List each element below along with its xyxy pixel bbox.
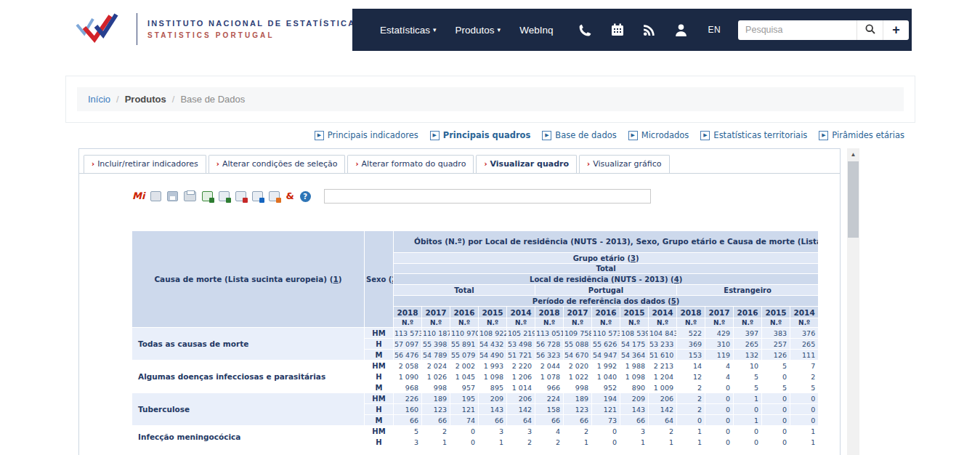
value-cell: 110 187 <box>422 328 450 339</box>
value-cell: 2 <box>564 426 592 437</box>
ampersand-icon[interactable]: & <box>286 191 293 201</box>
nav-item-produtos[interactable]: Produtos▾ <box>455 25 501 36</box>
year-header[interactable]: 2017 <box>705 307 734 318</box>
year-header[interactable]: 2018 <box>535 307 564 318</box>
year-header[interactable]: 2016 <box>450 307 479 318</box>
view-tab-visualizar-quadro[interactable]: ›Visualizar quadro <box>476 155 577 173</box>
view-tab-alterar-formato-do-quadro[interactable]: ›Alterar formato do quadro <box>347 155 474 173</box>
arrow-box-icon: ▶ <box>819 131 828 140</box>
scroll-up-button[interactable]: ▲ <box>847 148 859 161</box>
view-tab-visualizar-gra-fico[interactable]: ›Visualizar gráfico <box>579 155 670 173</box>
value-cell: 2 <box>507 437 535 448</box>
help-icon[interactable]: ? <box>300 191 311 202</box>
nav-item-webinq[interactable]: WebInq <box>519 25 553 36</box>
year-header[interactable]: 2014 <box>649 307 677 318</box>
value-cell: 4 <box>705 361 734 371</box>
toolbar-input[interactable] <box>324 189 651 204</box>
year-header[interactable]: 2016 <box>734 307 762 318</box>
search-button[interactable] <box>857 20 883 40</box>
view-tab-alterar-condic-o-es-de-selec-a-o[interactable]: ›Alterar condições de seleção <box>208 155 346 173</box>
metadata-icon[interactable] <box>150 191 161 201</box>
value-cell: 195 <box>450 393 479 404</box>
tab-base-de-dados[interactable]: ▶Base de dados <box>542 130 616 140</box>
unit-header: N.º <box>535 318 564 328</box>
scrollbar-thumb[interactable] <box>848 161 859 238</box>
tab-estati-sticas-territoriais[interactable]: ▶Estatísticas territoriais <box>700 130 807 140</box>
value-cell: 383 <box>762 328 790 339</box>
year-header[interactable]: 2016 <box>592 307 620 318</box>
ine-logo-mark-icon <box>73 10 131 48</box>
value-cell: 55 088 <box>564 339 592 350</box>
value-cell: 1 <box>564 437 592 448</box>
export-delete-icon[interactable] <box>235 191 246 201</box>
value-cell: 5 <box>762 382 790 393</box>
value-cell: 0 <box>762 393 790 404</box>
chevron-icon: › <box>484 160 487 168</box>
value-cell: 73 <box>592 415 620 426</box>
value-cell: 105 219 <box>507 328 535 339</box>
vertical-scrollbar[interactable]: ▲ <box>847 148 859 455</box>
user-icon[interactable] <box>673 23 689 38</box>
main-content: ›Incluir/retirar indicadores›Alterar con… <box>78 148 841 455</box>
year-header[interactable]: 2014 <box>790 307 819 318</box>
value-cell: 55 398 <box>422 339 450 350</box>
value-cell: 54 670 <box>564 350 592 361</box>
tab-principais-indicadores[interactable]: ▶Principais indicadores <box>315 130 418 140</box>
year-header[interactable]: 2017 <box>564 307 592 318</box>
view-tab-incluir-retirar-indicadores[interactable]: ›Incluir/retirar indicadores <box>84 155 206 173</box>
unit-header: N.º <box>620 318 649 328</box>
value-cell: 966 <box>535 382 564 393</box>
save-icon[interactable] <box>167 191 178 201</box>
ine-logo[interactable]: Instituto Nacional de Estatística Statis… <box>73 10 356 48</box>
value-cell: 957 <box>450 382 479 393</box>
search-input[interactable] <box>738 20 857 40</box>
year-header[interactable]: 2015 <box>479 307 507 318</box>
sexo-cell: M <box>365 382 394 393</box>
value-cell: 66 <box>535 415 564 426</box>
header-ref-link[interactable]: 4 <box>674 275 679 283</box>
value-cell: 2 220 <box>507 361 535 371</box>
value-cell: 109 758 <box>564 328 592 339</box>
chart-export-icon[interactable] <box>269 191 280 201</box>
year-header[interactable]: 2017 <box>422 307 450 318</box>
arrow-box-icon: ▶ <box>700 131 710 140</box>
export-image-icon[interactable] <box>252 191 263 201</box>
tab-microdados[interactable]: ▶Microdados <box>628 130 689 140</box>
header-ref-link[interactable]: 1 <box>333 275 339 283</box>
nav-item-estati-sticas[interactable]: Estatísticas▾ <box>380 25 437 36</box>
breadcrumb-item-ini-cio[interactable]: Início <box>88 94 110 105</box>
year-header[interactable]: 2018 <box>394 307 422 318</box>
value-cell: 265 <box>734 339 762 350</box>
year-header[interactable]: 2015 <box>762 307 790 318</box>
year-header[interactable]: 2015 <box>620 307 649 318</box>
sexo-cell: H <box>365 437 394 448</box>
breadcrumb-item-produtos[interactable]: Produtos <box>125 94 166 105</box>
export-csv-icon[interactable] <box>219 191 230 201</box>
value-cell: 2 <box>790 371 819 382</box>
print-icon[interactable] <box>184 191 196 201</box>
header-ref-link[interactable]: 5 <box>671 297 676 305</box>
arrow-box-icon: ▶ <box>542 131 551 140</box>
year-header[interactable]: 2014 <box>507 307 535 318</box>
value-cell: 0 <box>762 404 790 415</box>
header-ref-link[interactable]: 3 <box>631 254 636 262</box>
excel-icon[interactable] <box>202 191 213 201</box>
breadcrumb-separator: / <box>116 94 119 105</box>
mi-icon[interactable]: Mi <box>132 191 145 201</box>
tab-label: Pirâmides etárias <box>832 130 904 140</box>
value-cell: 66 <box>479 415 507 426</box>
language-toggle[interactable]: EN <box>708 25 721 35</box>
value-cell: 0 <box>762 437 790 448</box>
plus-button[interactable]: + <box>883 20 909 40</box>
export-toolbar: Mi&? <box>132 188 840 204</box>
calendar-icon[interactable] <box>610 23 625 37</box>
rss-icon[interactable] <box>642 23 656 37</box>
logo-divider <box>137 13 137 45</box>
phone-icon[interactable] <box>578 23 593 38</box>
tab-label: Principais quadros <box>443 130 531 140</box>
year-header[interactable]: 2018 <box>677 307 705 318</box>
tab-principais-quadros[interactable]: ▶Principais quadros <box>430 130 531 140</box>
tab-pira-mides-eta-rias[interactable]: ▶Pirâmides etárias <box>819 130 904 140</box>
value-cell: 56 728 <box>535 339 564 350</box>
table-row: Infecção meningocócicaHM520334203210001 <box>132 426 819 437</box>
